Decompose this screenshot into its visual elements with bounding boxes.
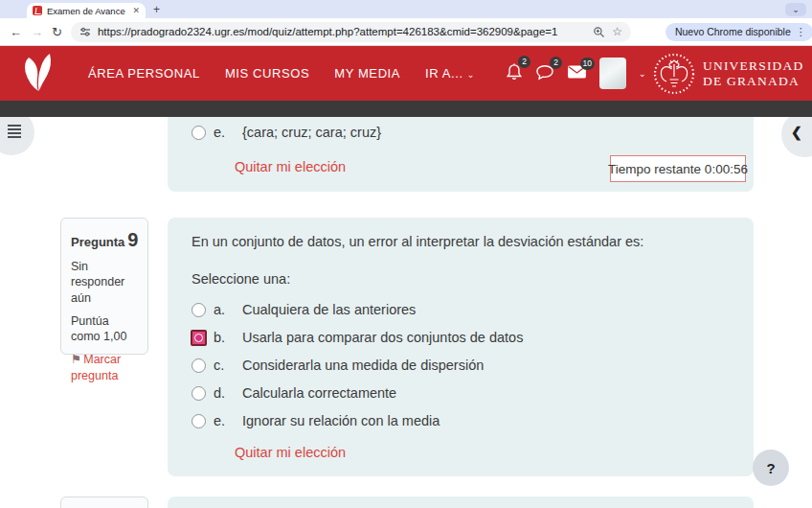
moodle-nav: ÁREA PERSONAL MIS CURSOS MY MEDIA IR A..… xyxy=(88,46,475,101)
question-grade: Puntúa como 1,00 xyxy=(71,313,138,345)
question9-panel: En un conjunto de datos, un error al int… xyxy=(168,218,754,476)
prado-favicon-icon xyxy=(33,6,42,15)
option-letter: c. xyxy=(214,358,235,373)
answer-option-b-selected[interactable]: b. Usarla para comparar dos conjuntos de… xyxy=(192,330,730,345)
option-text: Calcularla correctamente xyxy=(242,385,396,401)
answer-option-e[interactable]: e. Ignorar su relación con la media xyxy=(192,413,730,428)
radio-unselected-icon[interactable] xyxy=(192,358,206,373)
question-status: Sin responder aún xyxy=(71,259,138,306)
zoom-page-icon[interactable] xyxy=(593,26,605,38)
clear-choice-link-prev[interactable]: Quitar mi elección xyxy=(235,159,346,174)
chrome-update-chip[interactable]: Nuevo Chrome disponible ⋮ xyxy=(665,23,812,41)
question-label: Pregunta xyxy=(71,235,124,249)
option-letter: a. xyxy=(214,302,235,317)
university-line2: DE GRANADA xyxy=(703,74,803,89)
browser-menu-icon[interactable]: ⋮ xyxy=(796,26,806,38)
quiz-nav-drawer-toggle[interactable] xyxy=(0,117,34,155)
question10-info-box: Pregunta10 xyxy=(60,496,148,508)
browser-tab[interactable]: Examen de Avance Tema 2.4 ✕ xyxy=(27,3,146,18)
quiz-page: ❮ e. {cara; cruz; cara; cruz} Quitar mi … xyxy=(0,117,812,508)
question-number-row: Pregunta9 xyxy=(71,227,138,252)
url-text[interactable]: https://pradogrado2324.ugr.es/mod/quiz/a… xyxy=(98,26,586,37)
nav-area-personal[interactable]: ÁREA PERSONAL xyxy=(88,66,200,81)
collapsed-nav-bar xyxy=(0,101,812,117)
option-text: Usarla para comparar dos conjuntos de da… xyxy=(242,330,523,345)
blocks-drawer-toggle[interactable]: ❮ xyxy=(781,117,812,157)
help-button[interactable]: ? xyxy=(753,450,789,486)
option-text: Cualquiera de las anteriores xyxy=(242,302,416,317)
messages-badge: 2 xyxy=(550,57,562,69)
radio-unselected-icon[interactable] xyxy=(192,414,206,428)
option-letter: b. xyxy=(214,330,235,345)
forward-button: → xyxy=(31,26,43,38)
browser-toolbar: ← → ↻ https://pradogrado2324.ugr.es/mod/… xyxy=(0,18,812,46)
prado-logo-icon[interactable] xyxy=(17,52,59,95)
answer-option-c[interactable]: c. Considerarla una medida de dispersión xyxy=(192,358,730,373)
nav-ir-a-label: IR A... xyxy=(425,66,463,81)
messages-button[interactable]: 2 xyxy=(535,63,554,84)
browser-window: Examen de Avance Tema 2.4 ✕ + ⌄ ← → ↻ ht… xyxy=(0,0,812,508)
quiz-timer: Tiempo restante 0:00:56 xyxy=(610,155,746,182)
clear-choice-link[interactable]: Quitar mi elección xyxy=(235,445,346,460)
moodle-header: ÁREA PERSONAL MIS CURSOS MY MEDIA IR A..… xyxy=(0,46,812,101)
answer-prompt: Seleccione una: xyxy=(192,271,730,287)
profile-chevron-down-icon[interactable]: ⌄ xyxy=(639,69,646,79)
option-text: Considerarla una medida de dispersión xyxy=(242,358,484,373)
notifications-bell-button[interactable]: 2 xyxy=(506,62,523,85)
flag-icon: ⚑ xyxy=(71,353,81,366)
tab-strip: Examen de Avance Tema 2.4 ✕ + ⌄ xyxy=(0,0,812,18)
university-wordmark: UNIVERSIDAD DE GRANADA xyxy=(703,58,803,89)
option-text: Ignorar su relación con la media xyxy=(242,413,440,428)
nav-mis-cursos[interactable]: MIS CURSOS xyxy=(225,66,309,81)
radio-unselected-icon[interactable] xyxy=(192,386,206,401)
bookmark-star-icon[interactable]: ☆ xyxy=(612,25,622,38)
question-number: 9 xyxy=(127,229,138,250)
flag-question-link[interactable]: ⚑Marcar pregunta xyxy=(71,352,138,383)
reload-button[interactable]: ↻ xyxy=(52,26,62,38)
question9-info-box: Pregunta9 Sin responder aún Puntúa como … xyxy=(60,218,148,355)
question-text: En un conjunto de datos, un error al int… xyxy=(192,234,730,249)
site-settings-icon[interactable] xyxy=(79,26,91,37)
new-tab-button[interactable]: + xyxy=(153,4,160,16)
address-bar[interactable]: https://pradogrado2324.ugr.es/mod/quiz/a… xyxy=(71,22,631,42)
tab-search-button[interactable]: ⌄ xyxy=(785,3,806,16)
user-avatar[interactable] xyxy=(599,58,626,89)
mail-badge: 10 xyxy=(580,58,595,70)
question10-panel xyxy=(168,496,754,508)
answer-option-d[interactable]: d. Calcularla correctamente xyxy=(192,385,730,401)
nav-my-media[interactable]: MY MEDIA xyxy=(334,66,400,81)
tab-title: Examen de Avance Tema 2.4 xyxy=(47,6,127,16)
chevron-left-icon: ❮ xyxy=(791,125,802,140)
chevron-down-icon: ⌄ xyxy=(467,70,475,80)
header-icons: 2 2 10 ⌄ xyxy=(506,46,646,101)
option-letter: e. xyxy=(214,413,235,428)
chrome-update-label: Nuevo Chrome disponible xyxy=(675,26,791,37)
radio-unselected-icon[interactable] xyxy=(192,303,206,317)
option-letter: e. xyxy=(214,125,235,140)
answer-option-e-prev[interactable]: e. {cara; cruz; cara; cruz} xyxy=(192,125,730,140)
answer-option-a[interactable]: a. Cualquiera de las anteriores xyxy=(192,302,730,317)
nav-ir-a-dropdown[interactable]: IR A...⌄ xyxy=(425,66,475,81)
notifications-badge: 2 xyxy=(518,56,530,68)
tab-close-icon[interactable]: ✕ xyxy=(132,7,140,15)
radio-selected-icon[interactable] xyxy=(191,330,207,346)
radio-unselected-icon[interactable] xyxy=(192,126,206,140)
mail-button[interactable]: 10 xyxy=(567,64,587,83)
back-button[interactable]: ← xyxy=(10,26,22,38)
option-text: {cara; cruz; cara; cruz} xyxy=(242,125,381,140)
option-letter: d. xyxy=(214,385,235,401)
ugr-crest-icon xyxy=(653,51,695,97)
university-line1: UNIVERSIDAD xyxy=(703,58,803,74)
list-icon xyxy=(8,125,21,140)
